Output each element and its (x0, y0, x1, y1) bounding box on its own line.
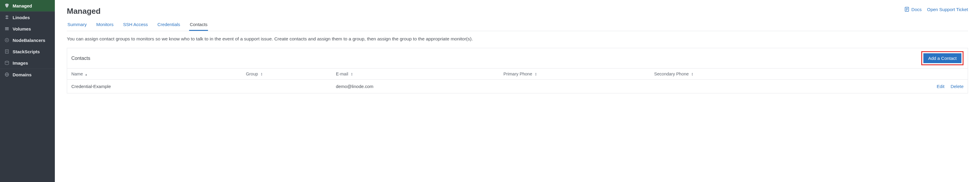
cell-primary-phone (499, 80, 650, 93)
tab-ssh-access[interactable]: SSH Access (123, 19, 149, 31)
card-title: Contacts (71, 56, 90, 61)
sort-icon: ▴▾ (261, 73, 262, 76)
sidebar-item-label: Images (13, 60, 28, 66)
col-primary-phone[interactable]: Primary Phone ▴▾ (499, 68, 650, 80)
sort-icon: ▴▾ (535, 73, 536, 76)
edit-link[interactable]: Edit (937, 84, 945, 89)
cell-secondary-phone (650, 80, 822, 93)
svg-rect-1 (5, 28, 9, 29)
page-title: Managed (67, 6, 101, 16)
svg-rect-5 (5, 50, 8, 53)
sidebar-item-images[interactable]: Images (0, 57, 55, 68)
helptext: You can assign contact groups to monitor… (67, 35, 968, 43)
sidebar-item-label: Linodes (13, 15, 30, 20)
col-email[interactable]: E-mail ▴▾ (332, 68, 499, 80)
domains-icon (4, 72, 10, 77)
svg-point-8 (5, 61, 9, 62)
tab-summary[interactable]: Summary (67, 19, 87, 31)
tab-credentials[interactable]: Credentials (157, 19, 181, 31)
sidebar-item-label: Managed (13, 3, 32, 8)
cell-group (242, 80, 332, 93)
col-secondary-phone[interactable]: Secondary Phone ▴▾ (650, 68, 822, 80)
contacts-table: Name ▴ Group ▴▾ E-mail ▴▾ Primary Phon (67, 68, 968, 93)
tab-monitors[interactable]: Monitors (95, 19, 114, 31)
docs-icon (904, 6, 910, 12)
svg-rect-2 (5, 30, 9, 30)
nodebalancers-icon (4, 37, 10, 43)
delete-link[interactable]: Delete (951, 84, 964, 89)
sidebar: Managed Linodes Volumes NodeBalancers S (0, 0, 55, 182)
highlight-annotation: Add a Contact (921, 51, 964, 65)
sidebar-item-linodes[interactable]: Linodes (0, 12, 55, 23)
cell-email: demo@linode.com (332, 80, 499, 93)
svg-point-4 (6, 40, 8, 41)
linodes-icon (4, 15, 10, 20)
col-group[interactable]: Group ▴▾ (242, 68, 332, 80)
open-support-ticket-link[interactable]: Open Support Ticket (927, 7, 968, 12)
docs-link[interactable]: Docs (904, 6, 921, 12)
sidebar-item-domains[interactable]: Domains (0, 69, 55, 80)
header-links: Docs Open Support Ticket (904, 6, 968, 12)
docs-label: Docs (912, 7, 921, 12)
sort-icon: ▴▾ (351, 73, 352, 76)
sidebar-item-stackscripts[interactable]: StackScripts (0, 46, 55, 57)
main-content: Managed Docs Open Support Ticket Summary… (55, 0, 980, 182)
col-name[interactable]: Name ▴ (67, 68, 242, 80)
sort-asc-icon: ▴ (86, 73, 87, 76)
cell-actions: Edit Delete (822, 80, 968, 93)
sidebar-item-label: NodeBalancers (13, 38, 45, 43)
stackscripts-icon (4, 49, 10, 54)
sort-icon: ▴▾ (692, 73, 693, 76)
images-icon (4, 60, 10, 66)
tabs: Summary Monitors SSH Access Credentials … (67, 19, 968, 31)
contacts-card: Contacts Add a Contact Name ▴ Gro (67, 48, 968, 93)
sidebar-item-label: StackScripts (13, 49, 40, 54)
tab-contacts[interactable]: Contacts (189, 19, 208, 31)
svg-rect-0 (5, 27, 9, 28)
sidebar-item-label: Volumes (13, 26, 31, 32)
sidebar-item-nodebalancers[interactable]: NodeBalancers (0, 35, 55, 46)
sidebar-item-managed[interactable]: Managed (0, 0, 55, 11)
volumes-icon (4, 26, 10, 32)
add-contact-button[interactable]: Add a Contact (923, 53, 961, 63)
col-actions (822, 68, 968, 80)
sidebar-item-volumes[interactable]: Volumes (0, 23, 55, 35)
support-ticket-label: Open Support Ticket (927, 7, 968, 12)
table-row: Credential-Example demo@linode.com Edit … (67, 80, 968, 93)
cell-name: Credential-Example (67, 80, 242, 93)
managed-icon (4, 3, 10, 8)
sidebar-item-label: Domains (13, 72, 32, 77)
